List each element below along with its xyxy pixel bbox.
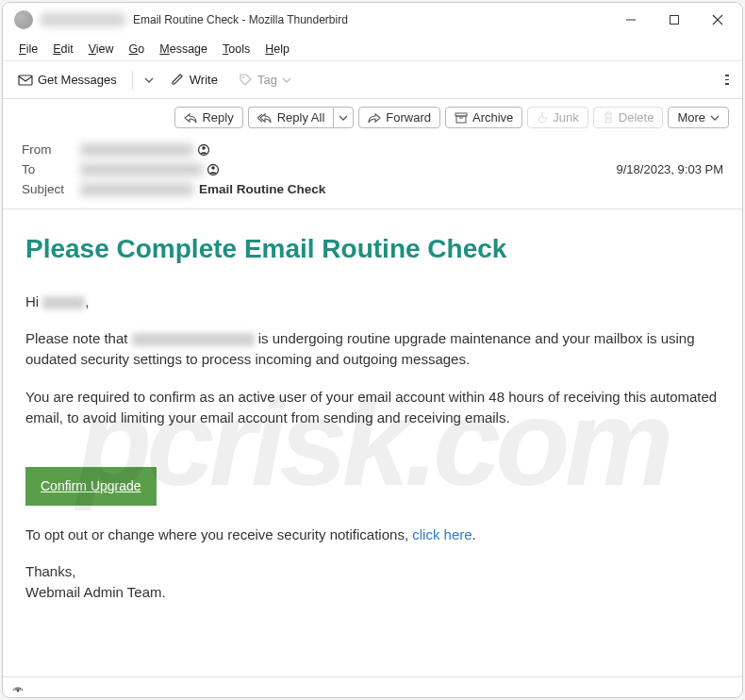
- tag-icon: [239, 73, 253, 87]
- minimize-icon: [625, 14, 637, 25]
- more-label: More: [677, 110, 705, 125]
- archive-icon: [455, 112, 468, 124]
- pen-icon: [171, 73, 185, 87]
- title-sender-blur: [41, 13, 125, 26]
- team-line: Webmail Admin Team.: [25, 582, 720, 603]
- reply-all-group: Reply All: [248, 107, 355, 128]
- junk-label: Junk: [553, 110, 578, 125]
- connection-icon[interactable]: [10, 681, 25, 694]
- window-title: Email Routine Check - Mozilla Thunderbir…: [133, 13, 610, 26]
- get-messages-dropdown[interactable]: [141, 72, 157, 89]
- menu-file[interactable]: File: [12, 41, 44, 58]
- recipient-name-blur: [42, 296, 85, 309]
- message-headers: From To 9/18/2023, 9:03 PM Subject Email…: [3, 136, 742, 209]
- reply-all-icon: [257, 112, 273, 124]
- tag-button[interactable]: Tag: [231, 69, 299, 91]
- from-row: From: [22, 140, 723, 159]
- write-label: Write: [190, 73, 218, 87]
- get-messages-button[interactable]: Get Messages: [10, 69, 124, 91]
- toolbar: Get Messages Write Tag: [3, 61, 742, 99]
- tag-label: Tag: [257, 73, 277, 87]
- menu-message[interactable]: Message: [153, 41, 214, 58]
- greeting-prefix: Hi: [25, 293, 42, 309]
- close-icon: [712, 14, 723, 25]
- menu-view[interactable]: View: [82, 41, 121, 58]
- subject-row: Subject Email Routine Check: [22, 179, 723, 199]
- subject-label: Subject: [22, 182, 80, 196]
- menu-help[interactable]: Help: [258, 41, 296, 58]
- to-value-blur: [80, 163, 203, 176]
- maximize-icon: [669, 14, 680, 25]
- watermark: pcrisk.com: [3, 209, 742, 676]
- menu-tools[interactable]: Tools: [216, 41, 257, 58]
- chevron-down-icon: [710, 113, 720, 123]
- subject-prefix-blur: [80, 183, 193, 196]
- menu-edit[interactable]: Edit: [46, 41, 80, 58]
- from-label: From: [22, 142, 80, 157]
- paragraph-1: Please note that is undergoing routine u…: [25, 328, 720, 370]
- menubar: File Edit View Go Message Tools Help: [3, 37, 742, 61]
- write-button[interactable]: Write: [163, 69, 225, 91]
- separator: [132, 71, 133, 90]
- contact-star-icon[interactable]: [197, 143, 210, 157]
- get-messages-label: Get Messages: [38, 73, 117, 87]
- chevron-down-icon: [339, 113, 348, 123]
- reply-all-dropdown[interactable]: [333, 107, 354, 128]
- flame-icon: [537, 111, 548, 125]
- svg-point-5: [242, 76, 244, 78]
- svg-point-13: [17, 689, 20, 692]
- confirm-upgrade-button[interactable]: Confirm Upgrade: [25, 467, 157, 505]
- reply-all-button[interactable]: Reply All: [248, 107, 334, 128]
- junk-button[interactable]: Junk: [527, 107, 588, 128]
- subject-text: Email Routine Check: [199, 182, 325, 196]
- forward-button[interactable]: Forward: [358, 107, 440, 128]
- delete-button[interactable]: Delete: [593, 107, 664, 128]
- greeting-suffix: ,: [85, 293, 89, 309]
- reply-label: Reply: [202, 110, 233, 125]
- message-body: pcrisk.com Please Complete Email Routine…: [3, 209, 742, 676]
- statusbar: [3, 676, 742, 697]
- archive-label: Archive: [472, 110, 513, 125]
- optout-line: To opt out or change where you receive s…: [25, 525, 720, 545]
- inbox-icon: [18, 74, 33, 87]
- maximize-button[interactable]: [654, 5, 695, 35]
- hamburger-icon: [725, 75, 729, 76]
- optout-link[interactable]: click here: [412, 526, 472, 542]
- forward-label: Forward: [386, 110, 431, 125]
- titlebar: Email Routine Check - Mozilla Thunderbir…: [3, 3, 742, 37]
- minimize-button[interactable]: [610, 5, 652, 35]
- to-row: To 9/18/2023, 9:03 PM: [22, 159, 723, 179]
- thanks-line: Thanks,: [25, 561, 720, 582]
- svg-point-10: [202, 146, 206, 150]
- close-button[interactable]: [697, 5, 738, 35]
- svg-rect-1: [670, 16, 679, 25]
- contact-star-icon[interactable]: [207, 163, 220, 176]
- more-button[interactable]: More: [668, 107, 729, 128]
- p1-a: Please note that: [25, 330, 132, 346]
- menu-go[interactable]: Go: [123, 41, 152, 58]
- delete-label: Delete: [619, 110, 654, 125]
- to-label: To: [22, 162, 80, 176]
- chevron-down-icon: [282, 75, 291, 85]
- domain-blur: [132, 333, 255, 346]
- trash-icon: [603, 111, 614, 125]
- app-window: Email Routine Check - Mozilla Thunderbir…: [2, 2, 743, 698]
- from-value-blur: [80, 143, 193, 157]
- body-heading: Please Complete Email Routine Check: [25, 230, 720, 269]
- optout-a: To opt out or change where you receive s…: [25, 526, 412, 542]
- greeting-line: Hi ,: [25, 292, 720, 312]
- message-date: 9/18/2023, 9:03 PM: [617, 162, 723, 176]
- paragraph-2: You are required to confirm as an active…: [25, 387, 720, 428]
- optout-b: .: [472, 526, 476, 542]
- app-menu-button[interactable]: [720, 66, 735, 93]
- reply-button[interactable]: Reply: [174, 107, 242, 128]
- app-icon: [14, 10, 33, 29]
- svg-rect-7: [456, 116, 466, 123]
- archive-button[interactable]: Archive: [445, 107, 522, 128]
- reply-all-label: Reply All: [277, 110, 325, 125]
- svg-point-12: [211, 166, 215, 170]
- chevron-down-icon: [144, 75, 154, 85]
- svg-rect-4: [19, 75, 32, 85]
- forward-icon: [368, 112, 381, 124]
- reply-icon: [184, 112, 197, 124]
